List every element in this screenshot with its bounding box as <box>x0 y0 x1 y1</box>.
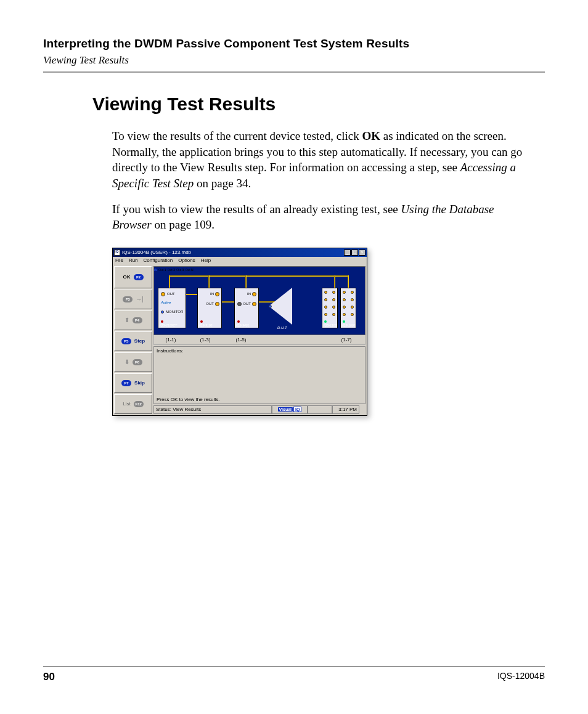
m2-out-label: OUT <box>206 302 214 306</box>
page-footer: 90 IQS-12004B <box>43 666 545 683</box>
logo-visual: Visual <box>278 407 293 412</box>
para2-text-a: If you wish to view the results of an al… <box>112 203 401 216</box>
page-number: 90 <box>43 671 55 683</box>
slot-1: (1-1) <box>154 337 187 343</box>
m1-monitor-label: MONITOR <box>166 310 183 314</box>
menu-help[interactable]: Help <box>201 258 211 264</box>
skip-button[interactable]: F7 Skip <box>114 373 152 393</box>
status-time: 3:17 PM <box>332 405 359 414</box>
f12-badge: F12 <box>134 401 144 407</box>
module-switch-2: IN OUT IQS-9401 <box>234 288 259 328</box>
paragraph-1: To view the results of the current devic… <box>112 128 533 192</box>
step-button-label: Step <box>134 338 145 344</box>
m5-footer: IQS-1600 <box>342 323 355 327</box>
close-button[interactable]: × <box>359 249 365 256</box>
menu-run[interactable]: Run <box>129 258 138 264</box>
m1-footer: IQS-2100CT <box>160 323 177 327</box>
m3-out-label: OUT <box>243 302 251 306</box>
instructions-text: Press OK to view the results. <box>157 397 220 402</box>
module-detector-2: IQS-1600 <box>340 288 356 328</box>
divider-bottom <box>43 666 545 667</box>
m3-footer: IQS-9401 <box>236 323 249 327</box>
dut-caption: D.U.T. <box>277 326 288 330</box>
f6-badge: F6 <box>133 359 142 365</box>
dut-out1: Out 1 <box>158 268 166 272</box>
para2-text-b: on page 109. <box>152 218 214 231</box>
module-switch-1: IN OUT IQS-9100 <box>197 288 222 328</box>
status-bar: Status: View Results VisualIQ 3:17 PM <box>153 405 365 414</box>
arrow-up-icon: ⬆ <box>125 317 129 323</box>
slot-3: (1-5) <box>223 337 259 343</box>
m3-in-label: IN <box>247 292 251 296</box>
para1-text-c: on page 34. <box>194 177 251 190</box>
dut-outn: Out N <box>186 268 194 272</box>
f5-badge: F5 <box>121 338 131 344</box>
menu-configuration[interactable]: Configuration <box>144 258 173 264</box>
para1-bold-ok: OK <box>362 129 380 142</box>
ok-button-label: OK <box>123 274 131 280</box>
ok-button[interactable]: OK F2 <box>114 266 152 288</box>
menu-options[interactable]: Options <box>178 258 195 264</box>
doc-id: IQS-12004B <box>497 671 545 683</box>
side-button-panel: OK F2 F3 →| ⬆ F4 F5 Step ⬇ F6 <box>113 265 153 415</box>
connection-diagram: OUT Active MONITOR IQS-2100CT IN OUT <box>153 266 365 335</box>
f7-badge: F7 <box>121 380 131 386</box>
module-source: OUT Active MONITOR IQS-2100CT <box>158 288 186 328</box>
app-screenshot: IQS-12004B (USER) - 123.mdb _ □ × File R… <box>112 248 367 416</box>
list-button[interactable]: List F12 <box>114 394 152 414</box>
divider-top <box>43 71 545 73</box>
status-blank <box>308 405 332 414</box>
para1-text-a: To view the results of the current devic… <box>112 129 362 142</box>
paragraph-2: If you wish to view the results of an al… <box>112 201 533 233</box>
m2-footer: IQS-9100 <box>199 323 212 327</box>
instructions-panel: Instructions: Press OK to view the resul… <box>153 346 365 404</box>
dut-triangle <box>269 288 292 325</box>
slot-2: (1-3) <box>187 337 223 343</box>
status-text: Status: View Results <box>153 405 272 414</box>
minimize-button[interactable]: _ <box>344 249 351 256</box>
list-button-label: List <box>123 401 130 407</box>
module-detector-1: IQS-1100 <box>322 288 338 328</box>
arrow-down-icon: ⬇ <box>125 359 129 365</box>
slot-row: (1-1) (1-3) (1-5) (1-7) <box>153 335 365 345</box>
window-titlebar: IQS-12004B (USER) - 123.mdb _ □ × <box>113 248 367 257</box>
app-icon <box>114 249 120 256</box>
breadcrumb: Viewing Test Results <box>43 54 545 67</box>
dut-out2: Out 2 <box>168 268 175 272</box>
arrow-end-icon: →| <box>136 296 144 302</box>
window-title: IQS-12004B (USER) - 123.mdb <box>122 249 344 255</box>
section-title: Viewing Test Results <box>92 94 545 115</box>
skip-button-label: Skip <box>134 380 145 386</box>
f3-badge: F3 <box>123 296 133 302</box>
visual-iq-logo: VisualIQ <box>272 405 308 414</box>
f2-badge: F2 <box>134 274 144 280</box>
menu-file[interactable]: File <box>115 258 123 264</box>
step-button[interactable]: F5 Step <box>114 331 152 351</box>
instructions-header: Instructions: <box>154 347 365 355</box>
f4-badge: F4 <box>133 317 142 323</box>
chapter-title: Interpreting the DWDM Passive Component … <box>43 37 545 51</box>
up-button[interactable]: ⬆ F4 <box>114 310 152 330</box>
m2-in-label: IN <box>210 292 214 296</box>
menu-bar: File Run Configuration Options Help <box>113 257 367 265</box>
m1-out-label: OUT <box>167 292 175 296</box>
slot-4: (1-7) <box>328 337 365 343</box>
next-end-button[interactable]: F3 →| <box>114 290 152 309</box>
logo-iq: IQ <box>293 407 301 412</box>
maximize-button[interactable]: □ <box>351 249 358 256</box>
m1-active-label: Active <box>161 301 171 304</box>
m4-footer: IQS-1100 <box>324 323 337 327</box>
dut-in-label: IN <box>154 268 157 272</box>
dut-out3: Out 3 <box>176 268 184 272</box>
down-button[interactable]: ⬇ F6 <box>114 352 152 372</box>
